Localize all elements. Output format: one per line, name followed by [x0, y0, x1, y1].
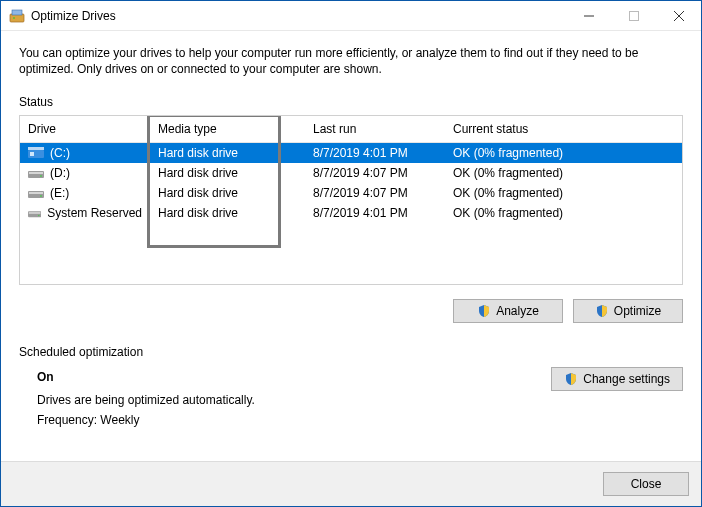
table-row[interactable]: System ReservedHard disk drive8/7/2019 4… — [20, 203, 682, 223]
svg-rect-4 — [629, 11, 638, 20]
drive-media: Hard disk drive — [150, 203, 305, 223]
drive-last-run: 8/7/2019 4:07 PM — [305, 163, 445, 183]
optimize-drives-window: Optimize Drives You can optimize your dr… — [0, 0, 702, 507]
schedule-section: Scheduled optimization On Drives are bei… — [19, 345, 683, 430]
svg-rect-9 — [28, 147, 44, 150]
drive-last-run: 8/7/2019 4:07 PM — [305, 183, 445, 203]
svg-rect-14 — [29, 192, 43, 194]
change-settings-label: Change settings — [583, 372, 670, 386]
drive-status: OK (0% fragmented) — [445, 163, 682, 183]
drive-status: OK (0% fragmented) — [445, 203, 682, 223]
col-header-drive[interactable]: Drive — [20, 116, 150, 143]
titlebar: Optimize Drives — [1, 1, 701, 31]
drive-name: System Reserved — [47, 206, 142, 220]
app-icon — [9, 8, 25, 24]
col-header-media[interactable]: Media type — [150, 116, 305, 143]
table-row[interactable]: (C:)Hard disk drive8/7/2019 4:01 PMOK (0… — [20, 143, 682, 164]
table-header-row[interactable]: Drive Media type Last run Current status — [20, 116, 682, 143]
action-buttons: Analyze Optimize — [19, 299, 683, 323]
table-row[interactable]: (E:)Hard disk drive8/7/2019 4:07 PMOK (0… — [20, 183, 682, 203]
drive-icon — [28, 147, 44, 159]
drive-icon — [28, 167, 44, 179]
drive-name: (D:) — [50, 166, 70, 180]
maximize-button[interactable] — [611, 1, 656, 30]
schedule-desc: Drives are being optimized automatically… — [37, 390, 255, 410]
drive-media: Hard disk drive — [150, 143, 305, 164]
svg-rect-2 — [12, 10, 22, 15]
shield-icon — [564, 372, 578, 386]
optimize-label: Optimize — [614, 304, 661, 318]
drives-table: Drive Media type Last run Current status… — [20, 116, 682, 223]
drive-last-run: 8/7/2019 4:01 PM — [305, 203, 445, 223]
content-area: You can optimize your drives to help you… — [1, 31, 701, 461]
footer: Close — [1, 461, 701, 506]
drive-name: (E:) — [50, 186, 69, 200]
drives-list-box: Drive Media type Last run Current status… — [19, 115, 683, 285]
svg-rect-17 — [29, 213, 41, 215]
drive-name: (C:) — [50, 146, 70, 160]
analyze-label: Analyze — [496, 304, 539, 318]
window-controls — [566, 1, 701, 30]
svg-rect-8 — [30, 152, 34, 156]
drive-status: OK (0% fragmented) — [445, 143, 682, 164]
close-window-button[interactable] — [656, 1, 701, 30]
window-title: Optimize Drives — [31, 9, 566, 23]
schedule-label: Scheduled optimization — [19, 345, 683, 359]
svg-rect-11 — [29, 172, 43, 174]
drive-icon — [28, 187, 44, 199]
status-label: Status — [19, 95, 683, 109]
shield-icon — [477, 304, 491, 318]
svg-point-1 — [13, 17, 15, 19]
close-label: Close — [631, 477, 662, 491]
optimize-button[interactable]: Optimize — [573, 299, 683, 323]
svg-point-12 — [40, 175, 42, 177]
intro-text: You can optimize your drives to help you… — [19, 45, 683, 77]
minimize-button[interactable] — [566, 1, 611, 30]
col-header-status[interactable]: Current status — [445, 116, 682, 143]
close-button[interactable]: Close — [603, 472, 689, 496]
col-header-last[interactable]: Last run — [305, 116, 445, 143]
drive-status: OK (0% fragmented) — [445, 183, 682, 203]
drive-last-run: 8/7/2019 4:01 PM — [305, 143, 445, 164]
svg-point-18 — [38, 215, 39, 216]
drive-media: Hard disk drive — [150, 163, 305, 183]
schedule-text: On Drives are being optimized automatica… — [19, 367, 255, 430]
change-settings-button[interactable]: Change settings — [551, 367, 683, 391]
drive-media: Hard disk drive — [150, 183, 305, 203]
analyze-button[interactable]: Analyze — [453, 299, 563, 323]
table-row[interactable]: (D:)Hard disk drive8/7/2019 4:07 PMOK (0… — [20, 163, 682, 183]
svg-point-15 — [40, 195, 42, 197]
drive-icon — [28, 207, 41, 219]
schedule-state: On — [37, 367, 255, 387]
shield-icon — [595, 304, 609, 318]
schedule-freq: Frequency: Weekly — [37, 410, 255, 430]
